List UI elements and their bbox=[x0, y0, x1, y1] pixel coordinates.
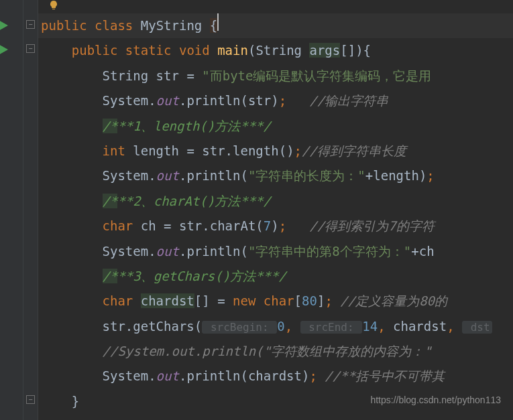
op: = bbox=[156, 218, 179, 233]
dot: . bbox=[179, 368, 186, 383]
ident: System. bbox=[103, 244, 156, 259]
arg: length bbox=[373, 168, 419, 183]
string-literal: "字符串的长度为：" bbox=[248, 168, 365, 183]
code-line[interactable]: System.out.println("字符串的长度为："+length); bbox=[38, 163, 513, 188]
dot: . bbox=[179, 168, 186, 183]
semi: ; bbox=[309, 368, 325, 383]
paren: ( bbox=[240, 368, 247, 383]
brace: { bbox=[210, 18, 217, 33]
keyword: char bbox=[103, 218, 133, 233]
code-line[interactable]: str.getChars( srcBegin: 0, srcEnd: 14, c… bbox=[38, 314, 513, 339]
comment: //定义容量为80的 bbox=[340, 293, 447, 308]
fold-gutter bbox=[23, 0, 38, 420]
type: String bbox=[103, 68, 149, 83]
method: charAt bbox=[210, 218, 256, 233]
param-hint: dst bbox=[462, 321, 492, 334]
brace: } bbox=[72, 394, 79, 409]
code-line[interactable]: /***2、charAt()方法***/ bbox=[38, 189, 513, 214]
field: out bbox=[156, 93, 179, 108]
comment: //得到字符串长度 bbox=[302, 143, 406, 158]
fold-toggle-icon[interactable] bbox=[26, 44, 35, 53]
code-line[interactable]: char chardst[] = new char[80]; //定义容量为80… bbox=[38, 289, 513, 313]
method: println bbox=[186, 93, 240, 108]
keyword: static bbox=[125, 43, 172, 58]
fold-toggle-icon[interactable] bbox=[26, 20, 35, 29]
paren: ( bbox=[240, 168, 247, 183]
doc-comment: **3、getChars()方法***/ bbox=[117, 269, 286, 283]
number: 7 bbox=[264, 218, 271, 233]
fold-toggle-icon[interactable] bbox=[26, 395, 35, 404]
paren: ) bbox=[271, 218, 278, 233]
dot: . bbox=[179, 244, 186, 259]
number: 14 bbox=[362, 319, 378, 334]
type: String bbox=[255, 43, 302, 58]
paren: ( bbox=[194, 319, 202, 334]
class-name: MyString bbox=[141, 18, 203, 33]
dot: . bbox=[179, 93, 186, 108]
param: args bbox=[309, 43, 340, 58]
bracket: [ bbox=[294, 293, 302, 308]
doc-comment: **1、length()方法***/ bbox=[117, 119, 271, 133]
code-line[interactable]: public static void main(String args[]){ bbox=[38, 38, 513, 63]
bracket: ] bbox=[317, 293, 325, 308]
variable: length bbox=[133, 143, 179, 158]
arg: chardst bbox=[248, 368, 302, 383]
code-line[interactable]: System.out.println(str); //输出字符串 bbox=[38, 88, 513, 113]
method: println bbox=[186, 244, 240, 259]
code-line[interactable]: int length = str.length();//得到字符串长度 bbox=[38, 139, 513, 163]
paren: ( bbox=[240, 93, 247, 108]
ident: System. bbox=[103, 93, 156, 108]
run-marker-icon[interactable] bbox=[0, 20, 8, 31]
number: 80 bbox=[302, 293, 317, 308]
code-area[interactable]: public class MyString { public static vo… bbox=[38, 0, 513, 420]
comment: //**括号中不可带其 bbox=[325, 368, 445, 383]
comment: //得到索引为7的字符 bbox=[309, 218, 434, 233]
semi: ; bbox=[325, 293, 340, 308]
variable: ch bbox=[141, 218, 156, 233]
op: + bbox=[365, 168, 373, 183]
method: getChars bbox=[133, 319, 194, 334]
run-marker-icon[interactable] bbox=[0, 44, 8, 55]
code-line[interactable]: System.out.println("字符串中的第8个字符为："+ch bbox=[38, 239, 513, 264]
method: println bbox=[186, 368, 240, 383]
string-literal: "而byte编码是默认字符集编码，它是用 bbox=[202, 68, 431, 83]
code-line[interactable]: public class MyString { bbox=[38, 13, 513, 38]
method: length bbox=[233, 143, 279, 158]
arg: ch bbox=[419, 244, 435, 259]
code-line[interactable]: /***3、getChars()方法***/ bbox=[38, 264, 513, 289]
op: = bbox=[179, 68, 202, 83]
semi: ; bbox=[426, 168, 434, 183]
lightbulb-icon[interactable] bbox=[48, 0, 59, 9]
field: out bbox=[156, 244, 179, 259]
code-line[interactable]: //System.out.println("字符数组中存放的内容为：" bbox=[38, 339, 513, 364]
op: = bbox=[179, 143, 202, 158]
comma: , bbox=[447, 319, 462, 334]
semi: ; bbox=[279, 93, 310, 108]
comma: , bbox=[285, 319, 300, 334]
paren: ) bbox=[271, 93, 278, 108]
variable: str bbox=[156, 68, 179, 83]
field: out bbox=[156, 368, 179, 383]
brackets: [] bbox=[194, 293, 210, 308]
method-name: main bbox=[217, 43, 248, 58]
ident: System. bbox=[103, 368, 156, 383]
left-gutter bbox=[0, 0, 23, 420]
op: + bbox=[411, 244, 418, 259]
code-line[interactable]: char ch = str.charAt(7); //得到索引为7的字符 bbox=[38, 214, 513, 238]
paren: ) bbox=[286, 143, 294, 158]
keyword: int bbox=[103, 143, 125, 158]
number: 0 bbox=[277, 319, 284, 334]
code-line[interactable]: String str = "而byte编码是默认字符集编码，它是用 bbox=[38, 64, 513, 88]
arg: chardst bbox=[386, 319, 447, 334]
arg: str bbox=[248, 93, 271, 108]
paren: ( bbox=[240, 244, 247, 259]
code-line[interactable]: System.out.println(chardst); //**括号中不可带其 bbox=[38, 364, 513, 389]
keyword: char bbox=[103, 293, 133, 308]
keyword: public bbox=[41, 18, 87, 33]
brace: { bbox=[363, 43, 371, 58]
comment: //System.out.println("字符数组中存放的内容为：" bbox=[103, 344, 432, 358]
paren: ( bbox=[255, 218, 263, 233]
variable: chardst bbox=[141, 293, 194, 308]
code-line[interactable]: /*/***1、length()方法***/**1、length()方法***/ bbox=[38, 114, 513, 139]
code-editor[interactable]: public class MyString { public static vo… bbox=[0, 0, 513, 420]
